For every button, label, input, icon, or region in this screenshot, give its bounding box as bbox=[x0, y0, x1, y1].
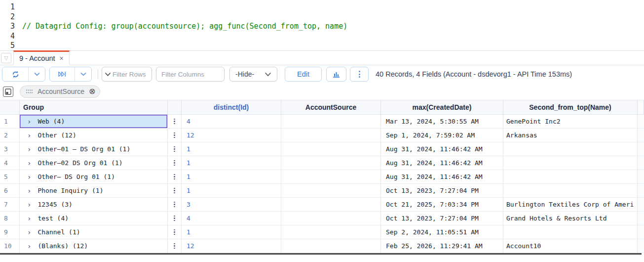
distinct-id-cell[interactable]: 12 bbox=[182, 129, 281, 142]
second-from-top-name-cell[interactable]: GenePoint Inc2 bbox=[503, 115, 638, 128]
distinct-id-cell[interactable]: 1 bbox=[182, 142, 281, 156]
group-cell[interactable]: › 12345 (3) bbox=[20, 198, 168, 211]
distinct-id-cell[interactable]: 4 bbox=[182, 115, 281, 128]
row-menu-button[interactable] bbox=[168, 170, 182, 183]
second-from-top-name-cell[interactable] bbox=[503, 156, 638, 170]
second-from-top-name-cell[interactable] bbox=[503, 184, 638, 197]
kebab-icon bbox=[174, 174, 175, 180]
refresh-options-button[interactable] bbox=[28, 67, 45, 81]
max-createddate-cell[interactable]: Sep 2, 2024, 11:05:51 AM bbox=[381, 225, 503, 239]
second-from-top-name-cell[interactable]: Burlington Textiles Corp of Ameri bbox=[503, 198, 638, 211]
expand-chevron-icon[interactable]: › bbox=[27, 242, 31, 250]
row-menu-button[interactable] bbox=[168, 212, 182, 225]
second-from-top-name-cell[interactable] bbox=[503, 225, 638, 239]
expand-chevron-icon[interactable]: › bbox=[27, 131, 31, 139]
hide-columns-select[interactable]: -Hide- bbox=[229, 67, 277, 82]
group-cell[interactable]: › test (4) bbox=[20, 212, 168, 225]
tab-close-icon[interactable]: × bbox=[60, 54, 64, 62]
filter-columns-input[interactable] bbox=[156, 67, 225, 82]
collapse-editor-button[interactable]: ▽ bbox=[1, 53, 11, 63]
distinct-id-cell[interactable]: 1 bbox=[182, 225, 281, 239]
max-createddate-cell[interactable]: Aug 31, 2024, 11:46:42 AM bbox=[381, 170, 503, 183]
fetch-all-button[interactable] bbox=[50, 67, 75, 81]
editor-code[interactable]: // Datagrid Config: group(accountsource)… bbox=[15, 2, 347, 50]
remove-group-icon[interactable]: ⊗ bbox=[89, 87, 95, 95]
drag-grip-icon[interactable] bbox=[26, 89, 33, 94]
second-from-top-name-cell[interactable]: Grand Hotels & Resorts Ltd bbox=[503, 212, 638, 225]
column-header-accountsource[interactable]: AccountSource bbox=[281, 100, 381, 114]
max-createddate-cell[interactable]: Aug 31, 2024, 11:46:42 AM bbox=[381, 156, 503, 170]
filter-rows-input[interactable] bbox=[113, 71, 149, 78]
tab-9-account[interactable]: 9 - Account × bbox=[13, 50, 70, 65]
group-cell[interactable]: › Web (4) bbox=[20, 115, 168, 128]
fetch-options-button[interactable] bbox=[75, 67, 91, 81]
more-options-button[interactable] bbox=[350, 67, 369, 82]
column-header-max-createddate[interactable]: max(CreatedDate) bbox=[381, 100, 503, 114]
column-header-distinct-id[interactable]: distinct(Id) bbox=[182, 100, 281, 114]
row-menu-button[interactable] bbox=[168, 225, 182, 239]
expand-chevron-icon[interactable]: › bbox=[27, 228, 31, 236]
filter-type-chevron-icon[interactable] bbox=[105, 72, 111, 77]
group-cell[interactable]: › Other– DS Org 01 (1) bbox=[20, 170, 168, 183]
edit-button[interactable]: Edit bbox=[285, 67, 322, 82]
distinct-id-cell[interactable]: 1 bbox=[182, 184, 281, 197]
panel-toggle-button[interactable] bbox=[3, 87, 13, 97]
accountsource-cell[interactable] bbox=[281, 239, 381, 253]
table-row: 7 › 12345 (3) 3 Oct 21, 2025, 7:03:34 PM… bbox=[0, 198, 644, 212]
second-from-top-name-cell[interactable] bbox=[503, 142, 638, 156]
accountsource-cell[interactable] bbox=[281, 184, 381, 197]
group-cell[interactable]: › (Blanks) (12) bbox=[20, 239, 168, 253]
max-createddate-cell[interactable]: Oct 21, 2025, 7:03:34 PM bbox=[381, 198, 503, 211]
row-menu-button[interactable] bbox=[168, 142, 182, 156]
group-cell[interactable]: › Other–02 DS Org 01 (1) bbox=[20, 156, 168, 170]
group-cell[interactable]: › Channel (1) bbox=[20, 225, 168, 239]
row-menu-button[interactable] bbox=[168, 239, 182, 253]
max-createddate-cell[interactable]: Oct 13, 2023, 7:27:04 PM bbox=[381, 212, 503, 225]
accountsource-cell[interactable] bbox=[281, 156, 381, 170]
group-cell[interactable]: › Other (12) bbox=[20, 129, 168, 142]
expand-chevron-icon[interactable]: › bbox=[27, 201, 31, 209]
row-menu-button[interactable] bbox=[168, 156, 182, 170]
second-from-top-name-cell[interactable]: Arkansas bbox=[503, 129, 638, 142]
max-createddate-cell[interactable]: Feb 25, 2026, 11:29:41 AM bbox=[381, 239, 503, 253]
max-createddate-cell[interactable]: Sep 1, 2024, 7:59:02 AM bbox=[381, 129, 503, 142]
row-menu-button[interactable] bbox=[168, 115, 182, 128]
expand-chevron-icon[interactable]: › bbox=[27, 118, 31, 126]
distinct-id-cell[interactable]: 1 bbox=[182, 170, 281, 183]
kebab-icon bbox=[174, 243, 175, 249]
expand-chevron-icon[interactable]: › bbox=[27, 173, 31, 181]
accountsource-cell[interactable] bbox=[281, 142, 381, 156]
group-cell[interactable]: › Other–01 – DS Org 01 (1) bbox=[20, 142, 168, 156]
accountsource-cell[interactable] bbox=[281, 225, 381, 239]
column-header-group[interactable]: Group bbox=[20, 100, 168, 114]
accountsource-cell[interactable] bbox=[281, 170, 381, 183]
chart-button[interactable] bbox=[326, 67, 346, 82]
distinct-id-cell[interactable]: 12 bbox=[182, 239, 281, 253]
query-editor[interactable]: 1 2 3 4 5 // Datagrid Config: group(acco… bbox=[0, 0, 644, 50]
expand-chevron-icon[interactable]: › bbox=[27, 145, 31, 153]
accountsource-cell[interactable] bbox=[281, 129, 381, 142]
second-from-top-name-cell[interactable] bbox=[503, 170, 638, 183]
row-menu-button[interactable] bbox=[168, 184, 182, 197]
max-createddate-cell[interactable]: Mar 13, 2024, 5:30:55 AM bbox=[381, 115, 503, 128]
distinct-id-cell[interactable]: 3 bbox=[182, 198, 281, 211]
expand-chevron-icon[interactable]: › bbox=[27, 159, 31, 167]
accountsource-cell[interactable] bbox=[281, 198, 381, 211]
expand-chevron-icon[interactable]: › bbox=[27, 187, 31, 195]
expand-chevron-icon[interactable]: › bbox=[27, 215, 31, 222]
row-menu-button[interactable] bbox=[168, 198, 182, 211]
refresh-button[interactable] bbox=[2, 67, 28, 81]
accountsource-cell[interactable] bbox=[281, 115, 381, 128]
row-menu-button[interactable] bbox=[168, 129, 182, 142]
distinct-id-cell[interactable]: 1 bbox=[182, 156, 281, 170]
grid-bottom-scrollbar[interactable] bbox=[0, 253, 642, 255]
second-from-top-name-cell[interactable]: Account10 bbox=[503, 239, 638, 253]
accountsource-cell[interactable] bbox=[281, 212, 381, 225]
group-cell[interactable]: › Phone Inquiry (1) bbox=[20, 184, 168, 197]
column-header-second-from-top[interactable]: Second_from_top(Name) bbox=[503, 100, 638, 114]
group-cell-label: (Blanks) (12) bbox=[38, 242, 88, 250]
distinct-id-cell[interactable]: 4 bbox=[182, 212, 281, 225]
group-chip-accountsource[interactable]: AccountSource ⊗ bbox=[20, 86, 100, 98]
max-createddate-cell[interactable]: Oct 13, 2023, 7:27:04 PM bbox=[381, 184, 503, 197]
max-createddate-cell[interactable]: Aug 31, 2024, 11:46:42 AM bbox=[381, 142, 503, 156]
